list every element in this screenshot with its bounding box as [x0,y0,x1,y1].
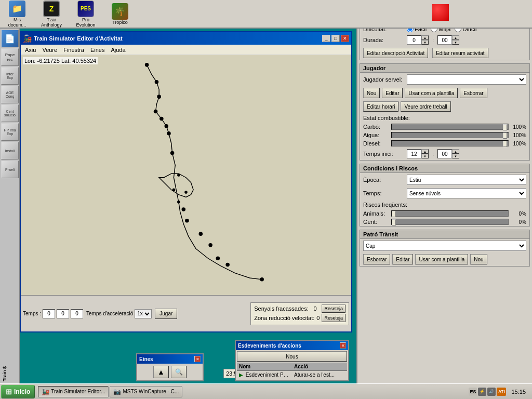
proevo-icon[interactable]: PES Pro Evolution [73,1,99,28]
temps-inici-h-down[interactable]: ▼ [421,154,429,158]
riscos-label: Riscos freqüents: [363,202,407,208]
reset1-btn[interactable]: Reseteja [322,304,345,313]
svg-point-11 [199,232,203,236]
temps-input-2[interactable] [57,309,69,318]
temps-inici-m-down[interactable]: ▼ [452,154,459,158]
durada-h-down[interactable]: ▼ [421,40,429,45]
taskbar-item-0[interactable]: 🚂 Train Simulator Editor... [38,386,109,397]
sidebar-icon-6[interactable]: HP ImaExp [1,123,19,141]
eines-up-btn[interactable]: ▲ [153,366,169,378]
menubar: Axiu Veure Finestra Eines Ajuda [21,45,351,55]
patro-select[interactable]: Cap [363,241,526,251]
map-coords: Lon: -6.21725 Lat: 40.55324 [23,57,98,64]
jugar-btn[interactable]: Jugar [155,309,177,319]
patro-esborrar-btn[interactable]: Esborrar [363,254,390,264]
sidebar-icon-3[interactable]: InterExp [1,67,19,85]
eines-search-btn[interactable]: 🔍 [171,366,187,378]
carbo-row: Carbó: 100% [360,123,529,131]
event-nom-0: ▶ Esdeveniment Prede... [237,371,292,379]
durada-m-up[interactable]: ▲ [452,35,459,40]
eines-titlebar[interactable]: Eines ✕ [137,354,203,364]
maximize-btn[interactable]: □ [331,35,340,42]
play-icon: ▶ [239,372,243,378]
temps-input-1[interactable] [43,309,55,318]
menu-eines[interactable]: Eines [87,46,108,54]
animals-slider[interactable] [391,210,509,217]
right-panel: Activitat Display nom: Dificultat: Fàcil… [356,0,532,383]
durada-h-up[interactable]: ▲ [421,35,429,40]
temps2-row: Temps: Sense núvols Ennuvolat Pluja Neu [360,187,529,200]
diesel-label: Diesel: [363,140,389,147]
animals-label: Animals: [363,210,389,217]
durada-m-spin: ▲ ▼ [437,35,459,45]
animals-val: 0% [511,211,526,217]
menu-ajuda[interactable]: Ajuda [108,46,128,54]
jugador-servei-select[interactable] [407,74,526,85]
patro-select-row: Cap [360,239,529,252]
sidebar-icon-2[interactable]: Paperec [1,48,19,66]
events-table-header: Nom Acció [237,363,347,371]
patro-title: Patró Trànsit [360,230,529,239]
editar-resum-btn[interactable]: Editar resum activitat [432,48,488,58]
menu-axiu[interactable]: Axiu [22,46,39,54]
estat-combustible-label: Estat combustible: [363,115,410,121]
train-window-titlebar[interactable]: 🚂 Train Simulator Editor d'Activitat _ □… [21,32,351,45]
usar-btn[interactable]: Usar com a plantilla [405,88,458,98]
riscos-label-row: Riscos freqüents: [360,200,529,209]
eines-close-btn[interactable]: ✕ [194,356,201,362]
temps-input-3[interactable] [71,309,83,318]
map-svg [21,55,351,295]
taskbar-tray: ES ⚡ 🔊 ATI 15:15 [467,388,532,396]
sidebar-icon-4[interactable]: AOEConq [1,86,19,103]
nous-btn[interactable]: Nous [237,351,347,362]
menu-veure[interactable]: Veure [39,46,60,54]
start-button[interactable]: ⊞ Inicio [1,385,35,398]
jugador-servei-label: Jugador servei: [363,76,405,83]
svg-point-16 [177,174,180,177]
jugador-section: Jugador Jugador servei: Nou Editar Usar … [360,63,530,161]
map-area: Lon: -6.21725 Lat: 40.55324 [21,55,351,295]
svg-point-9 [182,207,186,211]
patro-nou-btn[interactable]: Nou [470,254,487,264]
esborrar-btn[interactable]: Esborrar [460,88,487,98]
diesel-slider[interactable] [391,140,509,147]
carbo-slider[interactable] [391,124,509,130]
events-close-btn[interactable]: ✕ [340,342,346,349]
events-body: Nous Nom Acció ▶ Esdeveniment Prede... A… [236,350,348,380]
acceleracio-select[interactable]: 1x2x4x8x [135,309,152,318]
veure-ordre-btn[interactable]: Veure ordre treball [401,101,450,112]
temps2-select[interactable]: Sense núvols Ennuvolat Pluja Neu [407,188,526,198]
editar-horari-btn[interactable]: Editar horari [363,101,398,112]
durada-m-down[interactable]: ▼ [452,40,459,45]
events-row-0[interactable]: ▶ Esdeveniment Prede... Aturar-se a l'es… [237,371,347,379]
svg-point-18 [177,201,180,204]
sidebar-icon-5[interactable]: Centsolució [1,104,19,122]
close-btn[interactable]: ✕ [341,35,349,42]
minimize-btn[interactable]: _ [322,35,330,42]
sidebar-icon-8[interactable]: Praeli [1,161,19,178]
tropico-icon[interactable]: 🌴 Tropico [107,3,133,25]
sidebar-icon-1[interactable]: 📄 [1,30,19,47]
editar-desc-btn[interactable]: Editar descripció Activitat [363,48,428,58]
durada-m-input[interactable] [437,35,452,45]
gent-slider[interactable] [391,219,509,225]
temps-inici-m-input[interactable] [437,149,452,158]
temps-inici-h-input[interactable] [407,149,421,158]
patro-editar-btn[interactable]: Editar [392,254,413,264]
aigua-slider[interactable] [391,132,509,138]
senyals-fracassades-label: Senyals fracassades: [254,305,309,312]
sidebar-icon-7[interactable]: Install [1,142,19,159]
epoca-select[interactable]: Primavera Estiu Tardor Hivern [407,175,526,185]
nou-btn[interactable]: Nou [363,88,380,98]
my-docs-icon[interactable]: 📁 Mis docum... [4,1,30,28]
taskbar-item-1[interactable]: 📷 MSTS WinCapture - C... [110,386,182,397]
editar-btn[interactable]: Editar [382,88,403,98]
menu-finestra[interactable]: Finestra [60,46,87,54]
tzar-icon[interactable]: Z Tzar Anthology [38,1,64,28]
durada-h-input[interactable] [407,35,421,45]
patro-usar-btn[interactable]: Usar com a plantilla [415,254,468,264]
temps-inici-h-up[interactable]: ▲ [421,149,429,154]
temps-inici-m-up[interactable]: ▲ [452,149,459,154]
reset2-btn[interactable]: Reseteja [322,314,345,322]
events-titlebar[interactable]: Esdeveniments d'accions ✕ [236,341,348,350]
